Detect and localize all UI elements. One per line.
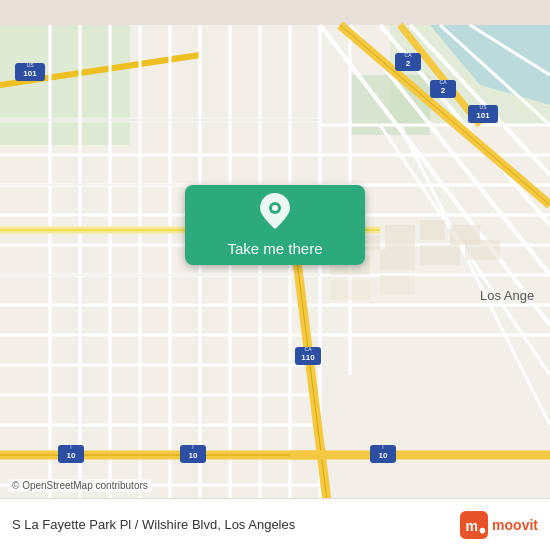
svg-rect-90: [420, 220, 445, 240]
svg-text:101: 101: [23, 69, 37, 78]
map-background: 101 US 2 CA 101 US 110 CA 10 I 10 I 10 I…: [0, 0, 550, 550]
moovit-label: moovit: [492, 517, 538, 533]
svg-text:I: I: [382, 444, 383, 450]
svg-text:110: 110: [301, 353, 315, 362]
svg-text:CA: CA: [440, 79, 448, 85]
svg-rect-97: [380, 275, 415, 295]
svg-text:CA: CA: [405, 52, 413, 58]
svg-rect-96: [330, 280, 370, 300]
svg-text:2: 2: [406, 59, 411, 68]
moovit-icon: m: [460, 511, 488, 539]
svg-text:US: US: [27, 62, 35, 68]
svg-point-102: [480, 527, 486, 533]
svg-text:10: 10: [67, 451, 76, 460]
svg-rect-93: [380, 250, 415, 270]
svg-text:101: 101: [476, 111, 490, 120]
svg-text:I: I: [192, 444, 193, 450]
svg-text:US: US: [480, 104, 488, 110]
svg-text:I: I: [70, 444, 71, 450]
take-me-there-label: Take me there: [227, 240, 322, 257]
map-attribution: © OpenStreetMap contributors: [8, 479, 152, 492]
svg-text:2: 2: [441, 86, 446, 95]
bottom-info-bar: S La Fayette Park Pl / Wilshire Blvd, Lo…: [0, 498, 550, 550]
svg-text:10: 10: [189, 451, 198, 460]
svg-point-99: [272, 205, 278, 211]
moovit-logo: m moovit: [460, 511, 538, 539]
map-container: 101 US 2 CA 101 US 110 CA 10 I 10 I 10 I…: [0, 0, 550, 550]
take-me-there-button[interactable]: Take me there: [185, 185, 365, 265]
svg-text:10: 10: [379, 451, 388, 460]
svg-rect-95: [465, 240, 500, 260]
svg-text:Los Ange: Los Ange: [480, 288, 534, 303]
location-pin-icon: [260, 193, 290, 234]
svg-rect-89: [385, 225, 415, 250]
svg-text:CA: CA: [305, 346, 313, 352]
svg-rect-94: [420, 245, 460, 265]
svg-text:m: m: [466, 517, 478, 533]
location-label: S La Fayette Park Pl / Wilshire Blvd, Lo…: [12, 517, 295, 532]
